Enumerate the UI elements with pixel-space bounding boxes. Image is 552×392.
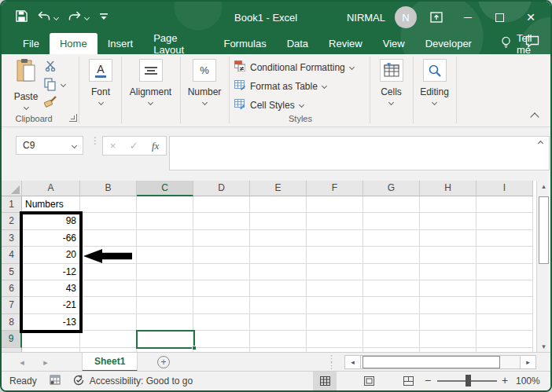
cell-B9[interactable]	[80, 331, 137, 347]
column-header-D[interactable]: D	[193, 181, 250, 196]
formula-bar-splitter[interactable]: ⋮	[90, 138, 100, 143]
cell-B6[interactable]	[80, 280, 137, 297]
cell-F8[interactable]	[307, 314, 363, 331]
format-as-table-button[interactable]: Format as Table	[234, 79, 326, 93]
cell-I5[interactable]	[477, 264, 533, 280]
name-box-dropdown-icon[interactable]	[72, 142, 77, 148]
cell-D5[interactable]	[193, 264, 250, 280]
alignment-button[interactable]: Alignment	[121, 59, 180, 104]
user-name[interactable]: NIRMAL	[347, 12, 385, 24]
cell-I9[interactable]	[477, 331, 533, 347]
cell-G6[interactable]	[363, 280, 420, 297]
cell-A1[interactable]: Numbers	[22, 196, 80, 213]
cell-H8[interactable]	[420, 314, 477, 331]
row-header-5[interactable]: 5	[2, 264, 22, 280]
column-header-C[interactable]: C	[137, 181, 193, 196]
column-header-H[interactable]: H	[420, 181, 477, 196]
cell-F7[interactable]	[307, 297, 363, 313]
cell-F6[interactable]	[307, 280, 363, 297]
normal-view-button[interactable]	[313, 372, 337, 390]
cell-G5[interactable]	[363, 264, 420, 280]
tab-page-layout[interactable]: Page Layout	[143, 33, 213, 54]
font-button[interactable]: A Font	[80, 59, 121, 104]
cell-H1[interactable]	[420, 196, 477, 213]
cell-G9[interactable]	[363, 331, 420, 347]
cell-D9[interactable]	[193, 331, 250, 347]
cell-F2[interactable]	[307, 213, 363, 229]
formula-bar-expand-icon[interactable]	[538, 141, 543, 146]
cell-H5[interactable]	[420, 264, 477, 280]
number-button[interactable]: % Number	[180, 59, 229, 104]
zoom-slider-thumb[interactable]	[466, 375, 471, 387]
sheet-nav-left-icon[interactable]: ◂	[13, 353, 31, 372]
vertical-scrollbar[interactable]: ▴ ▾	[536, 181, 550, 352]
row-header-8[interactable]: 8	[2, 314, 22, 331]
row-header-7[interactable]: 7	[2, 297, 22, 313]
cell-F3[interactable]	[307, 230, 363, 247]
column-header-A[interactable]: A	[22, 181, 80, 196]
cell-E3[interactable]	[250, 230, 307, 247]
insert-function-icon[interactable]: fx	[152, 140, 159, 152]
cell-C5[interactable]	[137, 264, 193, 280]
cell-E4[interactable]	[250, 247, 307, 263]
cell-D2[interactable]	[193, 213, 250, 229]
cell-G8[interactable]	[363, 314, 420, 331]
cell-E2[interactable]	[250, 213, 307, 229]
editing-button[interactable]: Editing	[413, 59, 456, 104]
row-header-3[interactable]: 3	[2, 230, 22, 247]
sheet-nav-right-icon[interactable]: ▸	[36, 353, 55, 372]
cell-B4[interactable]	[80, 247, 137, 263]
scroll-down-icon[interactable]: ▾	[537, 343, 550, 350]
redo-dropdown-icon[interactable]	[84, 14, 90, 20]
cell-A8[interactable]: -13	[22, 314, 80, 331]
cell-C1[interactable]	[137, 196, 193, 213]
cell-A2[interactable]: 98	[22, 213, 80, 229]
undo-icon[interactable]	[38, 10, 50, 24]
cell-H9[interactable]	[420, 331, 477, 347]
paste-button[interactable]: Paste	[8, 58, 44, 109]
column-header-F[interactable]: F	[307, 181, 363, 196]
cell-F4[interactable]	[307, 247, 363, 263]
cell-C7[interactable]	[137, 297, 193, 313]
format-painter-icon[interactable]	[44, 95, 57, 111]
cell-I7[interactable]	[477, 297, 533, 313]
tab-splitter-icon[interactable]: ⋮⋮	[327, 355, 336, 369]
tab-developer[interactable]: Developer	[415, 33, 482, 54]
cell-G1[interactable]	[363, 196, 420, 213]
row-header-2[interactable]: 2	[2, 213, 22, 229]
cell-C3[interactable]	[137, 230, 193, 247]
cell-B8[interactable]	[80, 314, 137, 331]
cell-D1[interactable]	[193, 196, 250, 213]
cell-I3[interactable]	[477, 230, 533, 247]
cell-G7[interactable]	[363, 297, 420, 313]
cell-I8[interactable]	[477, 314, 533, 331]
cell-C2[interactable]	[137, 213, 193, 229]
cell-H6[interactable]	[420, 280, 477, 297]
macro-record-icon[interactable]	[50, 375, 61, 387]
row-header-1[interactable]: 1	[2, 196, 22, 213]
zoom-out-icon[interactable]: −	[425, 374, 431, 387]
cell-E5[interactable]	[250, 264, 307, 280]
cell-I6[interactable]	[477, 280, 533, 297]
customize-qat-icon[interactable]	[99, 10, 109, 24]
tab-home[interactable]: Home	[50, 33, 98, 54]
cells-button[interactable]: Cells	[370, 59, 413, 104]
zoom-level[interactable]: 100%	[516, 376, 540, 387]
avatar[interactable]: N	[395, 6, 417, 28]
cell-C8[interactable]	[137, 314, 193, 331]
cell-A4[interactable]: 20	[22, 247, 80, 263]
scroll-left-icon[interactable]: ◂	[344, 355, 361, 369]
cell-E9[interactable]	[250, 331, 307, 347]
worksheet-grid[interactable]: ABCDEFGHI1Numbers2983-664205-126437-218-…	[2, 181, 550, 352]
cell-D8[interactable]	[193, 314, 250, 331]
copy-dropdown-icon[interactable]	[61, 82, 66, 87]
cell-C4[interactable]	[137, 247, 193, 263]
cell-B7[interactable]	[80, 297, 137, 313]
scroll-up-icon[interactable]: ▴	[537, 182, 550, 190]
cell-A3[interactable]: -66	[22, 230, 80, 247]
cell-I1[interactable]	[477, 196, 533, 213]
cell-E1[interactable]	[250, 196, 307, 213]
cell-A7[interactable]: -21	[22, 297, 80, 313]
page-layout-view-button[interactable]	[357, 372, 381, 390]
column-header-G[interactable]: G	[363, 181, 420, 196]
